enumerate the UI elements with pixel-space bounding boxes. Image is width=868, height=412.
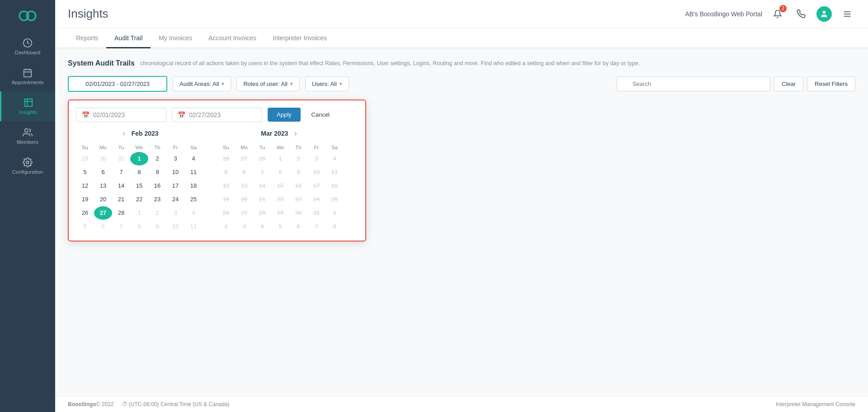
content-area: System Audit Trails chronological record… [55, 48, 868, 396]
tab-interpreter-invoices[interactable]: Interpreter Invoices [264, 28, 335, 48]
cal-day[interactable]: 8 [130, 220, 148, 233]
cal-day[interactable]: 19 [76, 193, 94, 206]
sidebar-item-dashboard[interactable]: Dashboard [0, 32, 55, 62]
phone-button[interactable] [793, 6, 809, 22]
cal-day: 2 [217, 220, 235, 233]
footer-console: Interpreter Management Console [776, 401, 855, 407]
cal-day: 18 [326, 179, 344, 193]
date-range-button[interactable]: 02/01/2023 - 02/27/2023 [68, 76, 167, 92]
audit-areas-dropdown[interactable]: Audit Areas: All [173, 76, 231, 91]
cal-day: 25 [326, 193, 344, 206]
calendar-feb: ‹ Feb 2023 Su Mo Tu We Th [76, 128, 203, 233]
day-header-sa: Sa [184, 143, 203, 152]
menu-button[interactable] [839, 6, 855, 22]
day-header-mo-mar: Mo [235, 143, 253, 152]
next-month-button[interactable]: › [292, 128, 299, 138]
cal-day[interactable]: 15 [130, 179, 148, 193]
cal-end-input[interactable]: 📅 02/27/2023 [172, 108, 262, 122]
cal-day: 27 [235, 206, 253, 220]
cal-feb-title: Feb 2023 [132, 130, 159, 137]
cal-day: 3 [235, 220, 253, 233]
cal-day[interactable]: 25 [184, 193, 203, 206]
cal-day[interactable]: 8 [130, 166, 148, 179]
footer-brand: Boostlingo© 2022 [68, 401, 114, 407]
cal-day[interactable]: 31 [112, 152, 130, 166]
cal-day[interactable]: 9 [148, 166, 166, 179]
cal-day[interactable]: 28 [112, 206, 130, 220]
cal-day[interactable]: 10 [166, 166, 184, 179]
notifications-button[interactable]: 2 [769, 6, 786, 22]
cal-day[interactable]: 13 [94, 179, 112, 193]
cal-day[interactable]: 23 [148, 193, 166, 206]
cal-day[interactable]: 16 [148, 179, 166, 193]
sidebar-item-appointments[interactable]: Appointments [0, 62, 55, 91]
cal-day[interactable]: 6 [94, 220, 112, 233]
cal-day[interactable]: 1 [130, 152, 148, 166]
cal-icon: 📅 [82, 111, 90, 118]
sidebar-item-configuration[interactable]: Configuration [0, 151, 55, 181]
apply-button[interactable]: Apply [268, 108, 301, 122]
sidebar-label-dashboard: Dashboard [15, 50, 40, 55]
cal-day[interactable]: 5 [76, 166, 94, 179]
cal-day[interactable]: 3 [166, 152, 184, 166]
cal-day[interactable]: 11 [184, 166, 203, 179]
day-header-tu-mar: Tu [253, 143, 271, 152]
cal-day[interactable]: 29 [76, 152, 94, 166]
cal-day[interactable]: 11 [184, 220, 203, 233]
clear-button[interactable]: Clear [774, 76, 803, 91]
cal-day: 24 [307, 193, 326, 206]
svg-point-12 [823, 11, 826, 14]
search-area: 🔍 Clear Reset Filters [617, 76, 855, 91]
cal-day[interactable]: 20 [94, 193, 112, 206]
cal-day[interactable]: 22 [130, 193, 148, 206]
cal-day[interactable]: 3 [166, 206, 184, 220]
cal-day[interactable]: 4 [184, 206, 203, 220]
app-logo [14, 5, 41, 27]
tab-audit-trail[interactable]: Audit Trail [106, 28, 151, 48]
cal-day[interactable]: 5 [76, 220, 94, 233]
cal-start-input[interactable]: 📅 02/01/2023 [76, 108, 166, 122]
cal-day[interactable]: 14 [112, 179, 130, 193]
tab-my-invoices[interactable]: My Invoices [151, 28, 200, 48]
sidebar-item-members[interactable]: Members [0, 121, 55, 151]
cal-day[interactable]: 4 [184, 152, 203, 166]
cal-day: 9 [289, 166, 307, 179]
cal-day[interactable]: 7 [112, 220, 130, 233]
day-header-mo: Mo [94, 143, 112, 152]
tab-reports[interactable]: Reports [68, 28, 106, 48]
cal-day[interactable]: 2 [148, 206, 166, 220]
users-dropdown[interactable]: Users: All [305, 76, 349, 91]
cal-day[interactable]: 10 [166, 220, 184, 233]
roles-dropdown[interactable]: Roles of user: All [236, 76, 300, 91]
cal-day[interactable]: 9 [148, 220, 166, 233]
avatar[interactable] [816, 6, 832, 22]
cal-day[interactable]: 17 [166, 179, 184, 193]
cal-day[interactable]: 21 [112, 193, 130, 206]
cal-day: 29 [271, 206, 289, 220]
cal-day: 1 [271, 152, 289, 166]
cal-day: 14 [253, 179, 271, 193]
cal-day[interactable]: 6 [94, 166, 112, 179]
cal-day[interactable]: 30 [94, 152, 112, 166]
cancel-button[interactable]: Cancel [306, 108, 335, 122]
cal-day: 6 [289, 220, 307, 233]
prev-month-button[interactable]: ‹ [120, 128, 127, 138]
day-header-we-mar: We [271, 143, 289, 152]
cal-day[interactable]: 18 [184, 179, 203, 193]
header-right: AB's Boostlingo Web Portal 2 [685, 6, 855, 22]
cal-day[interactable]: 27 [94, 206, 112, 220]
search-input[interactable] [617, 76, 770, 91]
reset-filters-button[interactable]: Reset Filters [807, 76, 855, 91]
cal-day[interactable]: 24 [166, 193, 184, 206]
cal-day: 19 [217, 193, 235, 206]
cal-day[interactable]: 26 [76, 206, 94, 220]
tab-account-invoices[interactable]: Account Invoices [200, 28, 264, 48]
cal-day[interactable]: 7 [112, 166, 130, 179]
cal-day[interactable]: 1 [130, 206, 148, 220]
cal-day[interactable]: 2 [148, 152, 166, 166]
cal-day: 20 [235, 193, 253, 206]
cal-end-icon: 📅 [178, 111, 185, 118]
cal-day[interactable]: 12 [76, 179, 94, 193]
sidebar-item-insights[interactable]: Insights [0, 91, 55, 121]
cal-day: 30 [289, 206, 307, 220]
